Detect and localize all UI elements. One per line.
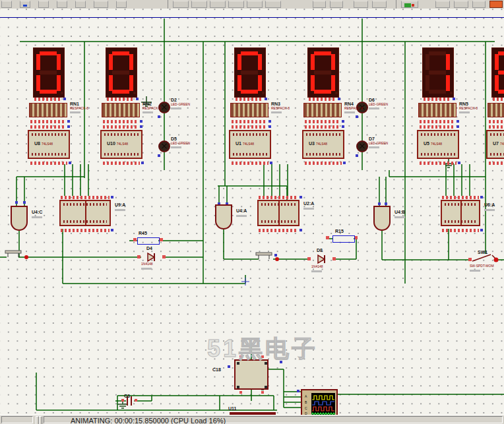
toolbar-button-3[interactable] — [38, 1, 49, 8]
and-gate-1[interactable] — [11, 206, 28, 231]
toolbar-button-4[interactable] — [57, 1, 67, 8]
toolbar-button-18[interactable] — [401, 1, 418, 8]
decoder-ic-5[interactable]: U5 74LS48 — [417, 130, 459, 159]
pushbutton-symbols — [5, 251, 272, 259]
decoder-ic-2[interactable]: U10 74LS48 — [100, 130, 142, 159]
pin-row — [442, 229, 479, 232]
switch-symbol — [472, 255, 496, 261]
pin-marks — [121, 236, 472, 402]
pin-row — [236, 98, 263, 101]
pin-row — [493, 98, 504, 101]
watermark: 51黑电子 — [207, 333, 318, 365]
diode-value-d8: 1N4148 — [311, 265, 323, 272]
counter-pair-3[interactable] — [441, 200, 480, 226]
seven-seg-display-6[interactable] — [491, 47, 504, 98]
toolbar-button-stop[interactable] — [489, 1, 503, 8]
and-gate-2[interactable] — [215, 204, 232, 229]
and-gate-3[interactable] — [373, 206, 391, 231]
toolbar-button-13[interactable] — [265, 1, 281, 8]
diode-value-d4: 1N4148 — [141, 262, 153, 270]
respack-label-5: RN5RESPACK-8 — [459, 102, 478, 113]
pin-row — [232, 162, 268, 165]
simulation-status-text: ANIMATING: 00:00:15.850000 (CPU Load 16%… — [71, 417, 226, 424]
toolbar-button-1[interactable] — [1, 1, 12, 8]
seven-seg-display-2[interactable] — [106, 47, 137, 98]
toolbar-button-9[interactable] — [191, 1, 207, 8]
toolbar-button-6[interactable] — [94, 1, 108, 8]
diode-label-d8: D8 — [317, 248, 323, 253]
pin-row — [30, 120, 66, 123]
oscilloscope[interactable]: A B C D — [301, 389, 338, 415]
scope-channel-b: B — [305, 400, 307, 404]
pin-row — [305, 162, 342, 165]
status-cell-main: ANIMATING: 00:00:15.850000 (CPU Load 16%… — [44, 416, 503, 423]
resistor-pack-2[interactable] — [102, 103, 140, 117]
status-bar: ANIMATING: 00:00:15.850000 (CPU Load 16%… — [0, 415, 504, 424]
pin-row — [489, 162, 504, 165]
resistor-pack-5[interactable] — [418, 103, 457, 117]
resistor-label-r15: R15 — [335, 229, 344, 234]
status-grip — [39, 416, 42, 424]
resistor-pack-3[interactable] — [230, 103, 268, 117]
resistor-pack-4[interactable] — [303, 103, 342, 117]
toolbar-button-5[interactable] — [75, 1, 86, 8]
junction-dots — [24, 255, 499, 262]
toolbar-separator — [396, 0, 396, 9]
seven-seg-display-1[interactable] — [33, 47, 65, 98]
u11-label: U11 — [228, 406, 236, 411]
respack-label-3: RN3RESPACK-8 — [271, 102, 290, 113]
decoder-ic-6[interactable]: U7 74LS48 — [486, 130, 504, 159]
toolbar-button-20[interactable] — [454, 1, 468, 8]
resistor-pack-6[interactable] — [488, 103, 504, 117]
decoder-ic-3[interactable]: U1 74LS48 — [229, 130, 271, 159]
pin-row — [232, 120, 267, 123]
resistor-r15[interactable] — [332, 235, 355, 243]
decoder-ic-4[interactable]: U3 74LS48 — [302, 130, 344, 159]
toolbar-button-14[interactable] — [313, 1, 326, 8]
toolbar-button-17[interactable] — [372, 1, 387, 8]
resistor-pack-1[interactable] — [29, 103, 67, 117]
toolbar-button-16[interactable] — [354, 1, 368, 8]
gate-label-1: U4:C — [32, 210, 42, 218]
counter-label-1: U9:A — [115, 202, 125, 211]
led-label-d2: D2LED-GREEN — [171, 98, 190, 109]
decoder-ic-1[interactable]: U8 74LS48 — [28, 130, 70, 159]
counter-pair-1[interactable] — [59, 200, 111, 226]
respack-label-2: RN2RESPACK-8 — [142, 102, 161, 113]
status-cell-left — [1, 416, 33, 423]
led-d7[interactable] — [356, 140, 368, 152]
seven-seg-display-4[interactable] — [307, 47, 339, 98]
toolbar-button-19[interactable] — [435, 1, 450, 8]
toolbar-button-15[interactable] — [330, 1, 343, 8]
toolbar-button-7[interactable] — [116, 1, 127, 8]
toolbar-button-11[interactable] — [228, 1, 244, 8]
scope-waveforms — [311, 393, 335, 415]
pin-row — [420, 162, 457, 165]
counter-pair-2[interactable] — [257, 200, 299, 226]
scope-channel-a: A — [305, 394, 307, 398]
pin-row — [259, 196, 298, 199]
scope-screen — [311, 393, 335, 415]
seven-seg-display-5[interactable] — [422, 47, 454, 98]
counter-label-3: U6:A — [484, 202, 495, 211]
resistor-label-r45: R45 — [139, 231, 147, 236]
diode-symbols — [148, 253, 325, 263]
seven-seg-display-3[interactable] — [234, 47, 266, 98]
pin-row — [34, 98, 62, 101]
toolbar-button-10[interactable] — [210, 1, 226, 8]
pin-row — [420, 120, 455, 123]
toolbar-button-21[interactable] — [472, 1, 486, 8]
toolbar-button-2[interactable] — [20, 1, 30, 8]
led-d5[interactable] — [158, 140, 170, 152]
led-label-d7: D7LED-GREEN — [369, 136, 388, 148]
schematic-canvas[interactable]: RN1RESPACK-8 U8 74LS48 RN2RESPACK-8 U10 … — [0, 9, 504, 415]
pin-row — [489, 120, 504, 123]
led-label-d6: D6LED-GREEN — [369, 98, 388, 109]
respack-label-1: RN1RESPACK-8 — [70, 102, 88, 113]
resistor-r45[interactable] — [137, 237, 160, 245]
toolbar-button-8[interactable] — [173, 1, 189, 8]
pin-row — [424, 98, 451, 101]
toolbar-button-12[interactable] — [247, 1, 263, 8]
switch-value: SW-SPDT-MOM — [470, 264, 494, 272]
pin-row — [489, 125, 504, 129]
